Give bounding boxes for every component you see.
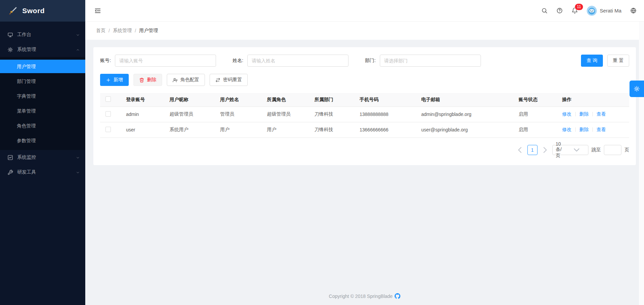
sidebar-item-label: 系统管理: [17, 47, 36, 53]
delete-link[interactable]: 删除: [579, 111, 589, 117]
user-table: 登录账号 用户昵称 用户姓名 所属角色 所属部门 手机号码 电子邮箱 账号状态 …: [100, 93, 629, 138]
notification-badge: 11: [575, 4, 583, 10]
globe-icon[interactable]: [630, 7, 637, 14]
cell-email: admin@springblade.org: [416, 106, 513, 122]
sidebar-item-param-manage[interactable]: 参数管理: [0, 134, 85, 147]
sidebar-item-system-manage[interactable]: 系统管理: [0, 42, 85, 57]
cell-nickname: 超级管理员: [164, 106, 215, 122]
table-row: admin 超级管理员 管理员 超级管理员 刀锋科技 13888888888 a…: [100, 106, 629, 122]
chevron-down-icon: [76, 170, 80, 174]
theme-settings-button[interactable]: [630, 81, 644, 97]
delete-link[interactable]: 删除: [579, 127, 589, 132]
cell-operations: 修改删除查看: [557, 122, 629, 138]
sidebar-item-dev-tools[interactable]: 研发工具: [0, 165, 85, 180]
col-status: 账号状态: [513, 93, 557, 106]
dept-select[interactable]: [380, 55, 481, 67]
sidebar-menu: 工作台 系统管理 用户管理 部门管理 字典管理 菜单管理 角色管理: [0, 22, 85, 180]
search-form: 账号: 姓名: 部门: 查 询 重 置: [100, 55, 629, 67]
search-button[interactable]: 查 询: [581, 55, 603, 67]
edit-link[interactable]: 修改: [562, 111, 572, 117]
col-email: 电子邮箱: [416, 93, 513, 106]
col-nickname: 用户昵称: [164, 93, 215, 106]
menu-fold-icon[interactable]: [94, 7, 101, 14]
help-icon[interactable]: [556, 7, 563, 14]
sidebar: Sword 工作台 系统管理: [0, 0, 85, 305]
table-toolbar: 新增 删除 角色配置 密码重置: [100, 74, 629, 86]
reset-button[interactable]: 重 置: [607, 55, 629, 67]
cell-nickname: 系统用户: [164, 122, 215, 138]
filter-buttons: 查 询 重 置: [581, 55, 629, 67]
password-reset-button[interactable]: 密码重置: [210, 74, 248, 86]
cell-phone: 13888888888: [354, 106, 416, 122]
chevron-up-icon: [76, 48, 80, 52]
view-link[interactable]: 查看: [596, 111, 606, 117]
add-button[interactable]: 新增: [100, 74, 129, 86]
cell-dept: 刀锋科技: [309, 106, 354, 122]
jump-label: 跳至: [591, 147, 601, 153]
page-label: 页: [624, 147, 629, 153]
page-footer: Copyright © 2018 SpringBlade: [93, 288, 636, 305]
main-area: 11 Serati Ma: [85, 0, 644, 305]
dept-field-group: 部门:: [365, 55, 481, 67]
delete-button[interactable]: 删除: [133, 74, 162, 86]
col-login-account: 登录账号: [121, 93, 164, 106]
dept-label: 部门:: [365, 58, 376, 64]
app-root: Sword 工作台 系统管理: [0, 0, 644, 305]
row-checkbox[interactable]: [105, 127, 111, 132]
app-logo[interactable]: Sword: [0, 0, 85, 22]
user-plus-icon: [173, 78, 178, 83]
table-header-row: 登录账号 用户昵称 用户姓名 所属角色 所属部门 手机号码 电子邮箱 账号状态 …: [100, 93, 629, 106]
notifications-button[interactable]: 11: [572, 7, 578, 14]
breadcrumb: 首页 / 系统管理 / 用户管理: [85, 22, 644, 40]
col-dept: 所属部门: [309, 93, 354, 106]
sidebar-item-menu-manage[interactable]: 菜单管理: [0, 104, 85, 118]
page-number-current[interactable]: 1: [527, 145, 538, 155]
search-icon[interactable]: [541, 7, 548, 14]
sidebar-item-label: 研发工具: [17, 169, 36, 175]
table-row: user 系统用户 用户 用户 刀锋科技 13666666666 user@sp…: [100, 122, 629, 138]
cell-email: user@springblade.org: [416, 122, 513, 138]
breadcrumb-current: 用户管理: [139, 28, 158, 34]
user-menu[interactable]: Serati Ma: [587, 6, 621, 16]
next-page-icon[interactable]: [541, 145, 549, 155]
system-manage-submenu: 用户管理 部门管理 字典管理 菜单管理 角色管理 参数管理: [0, 57, 85, 150]
cell-name: 用户: [215, 122, 262, 138]
cell-account: admin: [121, 106, 164, 122]
edit-link[interactable]: 修改: [562, 127, 572, 132]
github-icon[interactable]: [395, 293, 400, 299]
col-operations: 操作: [557, 93, 629, 106]
sidebar-item-role-manage[interactable]: 角色管理: [0, 119, 85, 132]
row-checkbox[interactable]: [105, 111, 111, 117]
pagination: 1 10 条/页 跳至 页: [100, 145, 629, 155]
sidebar-item-label: 系统监控: [17, 154, 36, 160]
cell-account: user: [121, 122, 164, 138]
jump-page-input[interactable]: [604, 145, 621, 155]
monitor-icon: [7, 32, 13, 38]
sidebar-item-system-monitor[interactable]: 系统监控: [0, 150, 85, 165]
chevron-down-icon: [76, 33, 80, 37]
scrollbar-track[interactable]: [639, 22, 644, 305]
account-label: 账号:: [100, 58, 111, 64]
trash-icon: [139, 78, 144, 83]
breadcrumb-system-manage[interactable]: 系统管理: [113, 28, 132, 34]
page-size-select[interactable]: 10 条/页: [552, 145, 588, 155]
cell-operations: 修改删除查看: [557, 106, 629, 122]
sidebar-item-workbench[interactable]: 工作台: [0, 27, 85, 42]
cell-name: 管理员: [215, 106, 262, 122]
view-link[interactable]: 查看: [596, 127, 606, 132]
user-manage-card: 账号: 姓名: 部门: 查 询 重 置: [93, 47, 636, 165]
name-input[interactable]: [247, 55, 348, 67]
top-header: 11 Serati Ma: [85, 0, 644, 22]
select-all-checkbox[interactable]: [105, 96, 111, 102]
sidebar-item-user-manage[interactable]: 用户管理: [0, 60, 85, 73]
header-actions: 11 Serati Ma: [541, 6, 637, 16]
prev-page-icon[interactable]: [516, 145, 524, 155]
sidebar-item-dict-manage[interactable]: 字典管理: [0, 89, 85, 103]
sidebar-item-dept-manage[interactable]: 部门管理: [0, 74, 85, 88]
breadcrumb-home[interactable]: 首页: [96, 28, 105, 34]
sword-icon: [8, 6, 18, 16]
copyright-text: Copyright © 2018 SpringBlade: [329, 294, 393, 299]
role-config-button[interactable]: 角色配置: [167, 74, 205, 86]
app-title: Sword: [22, 7, 45, 15]
account-input[interactable]: [115, 55, 216, 67]
